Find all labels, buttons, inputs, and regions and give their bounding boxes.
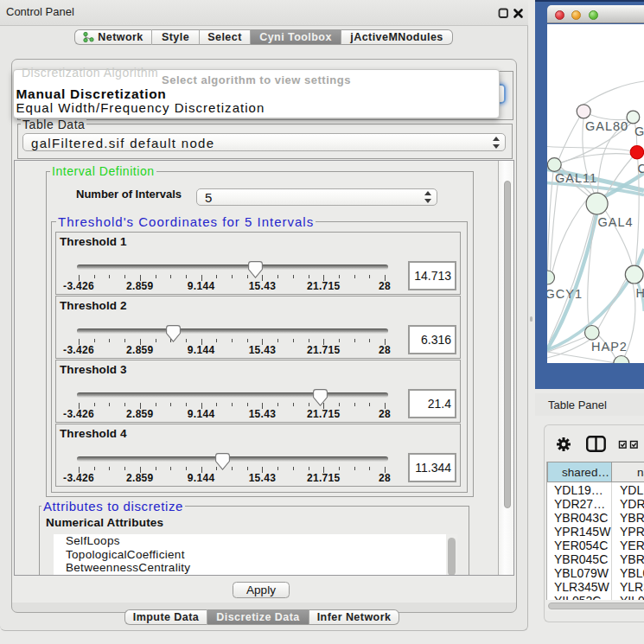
svg-text:GAL4: GAL4: [598, 215, 634, 229]
svg-text:GAL80: GAL80: [585, 119, 628, 133]
svg-text:H: H: [636, 286, 644, 300]
svg-text:HAP2: HAP2: [591, 340, 628, 354]
svg-text:GAL11: GAL11: [555, 171, 597, 185]
svg-text:GCY1: GCY1: [547, 287, 583, 301]
svg-text:C: C: [638, 162, 644, 175]
svg-text:GAL: GAL: [634, 124, 644, 138]
